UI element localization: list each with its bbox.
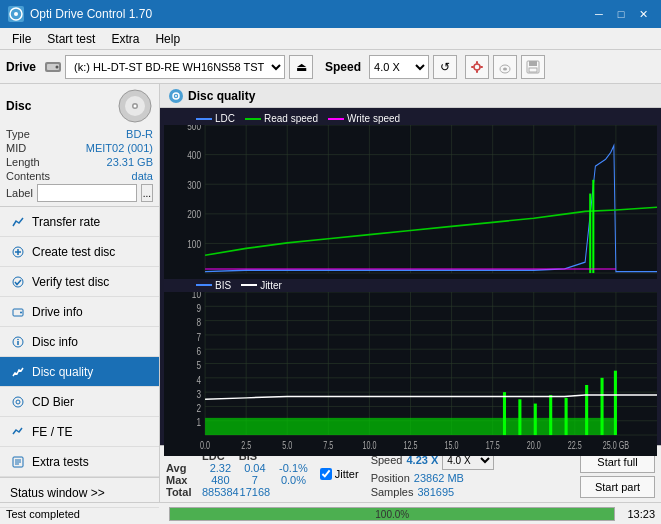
menubar: File Start test Extra Help	[0, 28, 661, 50]
svg-point-27	[17, 338, 19, 340]
settings-button[interactable]	[465, 55, 489, 79]
fe-te-icon	[10, 424, 26, 440]
svg-text:22.5: 22.5	[568, 440, 582, 451]
jitter-section: Jitter	[320, 468, 359, 480]
eject-button[interactable]: ⏏	[289, 55, 313, 79]
svg-point-22	[13, 277, 23, 287]
svg-point-29	[16, 400, 20, 404]
menu-extra[interactable]: Extra	[103, 28, 147, 49]
mid-value: MEIT02 (001)	[86, 142, 153, 154]
drive-select[interactable]: (k:) HL-DT-ST BD-RE WH16NS58 TST4	[65, 55, 285, 79]
menu-file[interactable]: File	[4, 28, 39, 49]
disc-panel: Disc Type BD-R MID MEIT02 (001) Length 2…	[0, 84, 159, 207]
svg-text:4: 4	[196, 373, 201, 386]
jitter-legend: Jitter	[241, 280, 282, 291]
maximize-button[interactable]: □	[611, 5, 631, 23]
status-window-button[interactable]: Status window >>	[0, 478, 159, 508]
burn-button[interactable]	[493, 55, 517, 79]
svg-rect-131	[205, 417, 616, 434]
chart-header: Disc quality	[160, 84, 661, 108]
sidebar-item-fe-te[interactable]: FE / TE	[0, 417, 159, 447]
sidebar-item-disc-quality[interactable]: Disc quality	[0, 357, 159, 387]
app-icon	[8, 6, 24, 22]
jitter-checkbox[interactable]	[320, 468, 332, 480]
disc-section-title: Disc	[6, 99, 31, 113]
transfer-rate-icon	[10, 214, 26, 230]
svg-text:12.5: 12.5	[404, 440, 418, 451]
nav-label-fe-te: FE / TE	[32, 425, 72, 439]
svg-point-24	[20, 311, 22, 313]
sidebar-item-create-test-disc[interactable]: Create test disc	[0, 237, 159, 267]
ldc-chart: LDC Read speed Write speed	[164, 112, 657, 277]
svg-rect-7	[476, 70, 478, 73]
length-label: Length	[6, 156, 40, 168]
svg-text:3: 3	[196, 387, 201, 400]
avg-ldc: 2.32	[202, 462, 239, 474]
svg-point-36	[175, 95, 177, 97]
svg-text:500: 500	[187, 125, 201, 133]
samples-label: Samples	[371, 486, 414, 498]
start-part-button[interactable]: Start part	[580, 476, 655, 498]
stats-table: LDC BIS Avg 2.32 0.04 -0.1% Max 480 7	[166, 450, 308, 498]
svg-rect-138	[601, 377, 604, 434]
disc-icon	[117, 88, 153, 124]
nav-label-create-test-disc: Create test disc	[32, 245, 115, 259]
sidebar-item-extra-tests[interactable]: Extra tests	[0, 447, 159, 477]
svg-point-11	[503, 67, 507, 70]
total-ldc: 885384	[202, 486, 239, 498]
avg-jitter: -0.1%	[279, 462, 308, 474]
extra-tests-icon	[10, 454, 26, 470]
nav-label-cd-bier: CD Bier	[32, 395, 74, 409]
svg-text:7: 7	[196, 330, 201, 343]
minimize-button[interactable]: ─	[589, 5, 609, 23]
nav-label-transfer-rate: Transfer rate	[32, 215, 100, 229]
write-speed-legend-label: Write speed	[347, 113, 400, 124]
sidebar-item-verify-test-disc[interactable]: Verify test disc	[0, 267, 159, 297]
verify-test-disc-icon	[10, 274, 26, 290]
status-time: 13:23	[627, 508, 655, 520]
svg-text:8: 8	[196, 315, 201, 328]
close-button[interactable]: ✕	[633, 5, 653, 23]
ldc-legend: LDC	[196, 113, 235, 124]
svg-rect-14	[529, 68, 537, 72]
label-input[interactable]	[37, 184, 137, 202]
nav-list: Transfer rate Create test disc Verify te…	[0, 207, 159, 477]
nav-label-verify-test-disc: Verify test disc	[32, 275, 109, 289]
svg-rect-13	[529, 61, 537, 66]
refresh-button[interactable]: ↺	[433, 55, 457, 79]
mid-label: MID	[6, 142, 26, 154]
contents-label: Contents	[6, 170, 50, 182]
svg-rect-133	[518, 399, 521, 435]
avg-label: Avg	[166, 462, 202, 474]
svg-rect-139	[614, 370, 617, 434]
max-bis: 7	[239, 474, 271, 486]
read-speed-legend-label: Read speed	[264, 113, 318, 124]
speed-select[interactable]: 4.0 X	[369, 55, 429, 79]
max-ldc: 480	[202, 474, 239, 486]
menu-start-test[interactable]: Start test	[39, 28, 103, 49]
content-area: Disc quality LDC Read speed	[160, 84, 661, 502]
nav-label-disc-info: Disc info	[32, 335, 78, 349]
sidebar-item-transfer-rate[interactable]: Transfer rate	[0, 207, 159, 237]
total-label: Total	[166, 486, 202, 498]
sidebar-item-drive-info[interactable]: Drive info	[0, 297, 159, 327]
chart-header-icon	[168, 88, 184, 104]
svg-text:2.5: 2.5	[241, 440, 251, 451]
svg-rect-8	[471, 66, 474, 68]
label-browse-button[interactable]: ...	[141, 184, 153, 202]
svg-text:17.5: 17.5	[486, 440, 500, 451]
window-controls: ─ □ ✕	[589, 5, 653, 23]
svg-text:15.0: 15.0	[445, 440, 459, 451]
save-button[interactable]	[521, 55, 545, 79]
svg-rect-132	[503, 392, 506, 435]
svg-point-4	[56, 65, 59, 68]
svg-text:7.5: 7.5	[323, 440, 333, 451]
bis-chart-svg: 10 9 8 7 6 5 4 3 2 1 10% 8% 6% 4% 2%	[164, 292, 657, 457]
menu-help[interactable]: Help	[147, 28, 188, 49]
sidebar-item-cd-bier[interactable]: CD Bier	[0, 387, 159, 417]
sidebar-item-disc-info[interactable]: Disc info	[0, 327, 159, 357]
progress-bar: 100.0%	[169, 507, 615, 521]
contents-value: data	[132, 170, 153, 182]
svg-text:5: 5	[196, 358, 201, 371]
svg-rect-6	[476, 61, 478, 64]
